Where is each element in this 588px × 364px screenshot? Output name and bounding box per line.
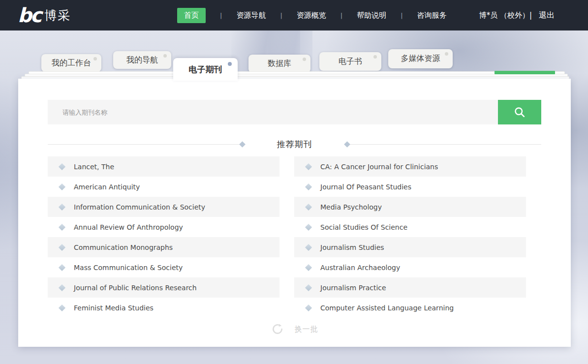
journal-title: Lancet, The (74, 163, 114, 171)
tab-dot-icon (445, 52, 448, 56)
journal-list-item[interactable]: Information Communication & Society (48, 197, 279, 217)
journal-list-item[interactable]: Lancet, The (48, 156, 279, 177)
nav-separator: | (280, 12, 282, 19)
journal-list-item[interactable]: American Antiquity (48, 177, 279, 197)
main-nav: 首页 | 资源导航 | 资源概览 | 帮助说明 | 咨询服务 (177, 0, 447, 30)
journal-column-right: CA: A Cancer Journal for Clinicians Jour… (294, 156, 526, 318)
journal-list-item[interactable]: Computer Assisted Language Learning (294, 298, 526, 318)
diamond-bullet-icon (59, 264, 65, 271)
journal-list-item[interactable]: Media Psychology (294, 197, 526, 217)
refresh-label: 换一批 (295, 325, 318, 334)
logo-name: 博采 (44, 7, 71, 24)
journal-list-item[interactable]: Communication Monographs (48, 237, 279, 257)
refresh-icon (271, 323, 284, 335)
tab-dot-icon (303, 58, 306, 61)
top-header-bar: bc 博采 首页 | 资源导航 | 资源概览 | 帮助说明 | 咨询服务 博*员… (0, 0, 588, 30)
diamond-bullet-icon (59, 223, 65, 230)
diamond-bullet-icon (305, 243, 312, 250)
content-card: 推荐期刊 Lancet, The American Antiquity Info… (18, 79, 571, 347)
search-icon (513, 105, 526, 119)
logout-button[interactable]: 退出 (539, 10, 555, 21)
divider-line (349, 144, 542, 145)
journal-list-item[interactable]: Journal Of Peasant Studies (294, 177, 526, 197)
journal-title: Australian Archaeology (320, 264, 400, 272)
logo[interactable]: bc 博采 (18, 4, 71, 27)
diamond-bullet-icon (305, 264, 312, 271)
nav-separator: | (401, 12, 402, 19)
journal-title: Mass Communication & Society (74, 264, 183, 272)
journal-title: American Antiquity (74, 183, 140, 191)
diamond-bullet-icon (305, 203, 312, 210)
journal-list-item[interactable]: CA: A Cancer Journal for Clinicians (294, 156, 526, 177)
section-title: 推荐期刊 (277, 139, 312, 150)
user-name-label: 博*员 （校外）| (479, 11, 532, 20)
refresh-batch-button[interactable]: 换一批 (18, 322, 571, 336)
tab-label: 我的工作台 (52, 58, 91, 68)
tab-label: 数据库 (268, 59, 291, 69)
journal-list-item[interactable]: Journalism Practice (294, 277, 526, 298)
journal-list-item[interactable]: Annual Review Of Anthropology (48, 217, 279, 237)
tab-my-workbench[interactable]: 我的工作台 (41, 54, 101, 72)
journal-list-item[interactable]: Feminist Media Studies (48, 298, 279, 318)
journal-title: Journalism Practice (320, 284, 386, 292)
journal-title: Journalism Studies (320, 243, 384, 251)
tab-dot-icon (163, 54, 167, 58)
diamond-bullet-icon (59, 243, 65, 250)
nav-item-consulting[interactable]: 咨询服务 (417, 11, 447, 20)
journal-title: Feminist Media Studies (74, 304, 154, 312)
diamond-bullet-icon (305, 183, 312, 190)
journal-column-left: Lancet, The American Antiquity Informati… (48, 156, 279, 318)
journal-list-item[interactable]: Australian Archaeology (294, 257, 526, 277)
tab-dot-icon (373, 55, 377, 59)
diamond-bullet-icon (59, 183, 65, 190)
tab-electronic-journals[interactable]: 电子期刊 (173, 58, 238, 81)
divider-line (48, 144, 240, 145)
section-header: 推荐期刊 (48, 138, 541, 150)
journal-list-item[interactable]: Journal of Public Relations Research (48, 277, 279, 298)
journal-title: CA: A Cancer Journal for Clinicians (320, 163, 438, 171)
search-button[interactable] (498, 100, 541, 124)
journal-title: Media Psychology (320, 203, 382, 211)
diamond-bullet-icon (305, 304, 312, 311)
journal-list-item[interactable]: Mass Communication & Society (48, 257, 279, 277)
tab-databases[interactable]: 数据库 (248, 55, 310, 73)
tab-ebooks[interactable]: 电子书 (319, 52, 381, 71)
journal-title: Annual Review Of Anthropology (74, 223, 183, 231)
tab-label: 电子期刊 (189, 64, 222, 75)
diamond-bullet-icon (305, 284, 312, 291)
journal-search-input[interactable] (48, 100, 498, 124)
journal-title: Journal Of Peasant Studies (320, 183, 411, 191)
tab-label: 我的导航 (126, 55, 158, 65)
logo-bc-mark: bc (18, 4, 40, 27)
divider-diamond-icon (344, 141, 350, 148)
nav-item-help[interactable]: 帮助说明 (357, 11, 386, 20)
diamond-bullet-icon (59, 284, 65, 291)
journal-title: Communication Monographs (74, 243, 173, 251)
nav-separator: | (220, 12, 222, 19)
tab-label: 电子书 (339, 57, 362, 67)
diamond-bullet-icon (305, 163, 312, 170)
tab-my-navigation[interactable]: 我的导航 (113, 51, 171, 69)
nav-item-home[interactable]: 首页 (177, 8, 206, 23)
tab-accent-bar (495, 71, 555, 74)
journal-list-item[interactable]: Journalism Studies (294, 237, 526, 257)
recommended-journal-list: Lancet, The American Antiquity Informati… (48, 156, 526, 318)
journal-title: Journal of Public Relations Research (74, 284, 197, 292)
journal-title: Computer Assisted Language Learning (320, 304, 454, 312)
nav-item-resource-overview[interactable]: 资源概览 (297, 11, 326, 20)
tab-multimedia-resources[interactable]: 多媒体资源 (388, 49, 453, 68)
nav-item-resource-navigation[interactable]: 资源导航 (236, 11, 266, 20)
journal-search-bar (48, 100, 541, 124)
divider-diamond-icon (239, 141, 246, 148)
paper-stack-strip (29, 71, 565, 74)
tab-dot-icon (228, 62, 232, 66)
nav-separator: | (340, 12, 342, 19)
diamond-bullet-icon (305, 223, 312, 230)
user-area: 博*员 （校外）| 退出 (479, 0, 555, 30)
diamond-bullet-icon (59, 304, 65, 311)
tab-label: 多媒体资源 (401, 54, 440, 64)
journal-list-item[interactable]: Social Studies Of Science (294, 217, 526, 237)
diamond-bullet-icon (59, 163, 65, 170)
journal-title: Information Communication & Society (74, 203, 205, 211)
journal-title: Social Studies Of Science (320, 223, 407, 231)
